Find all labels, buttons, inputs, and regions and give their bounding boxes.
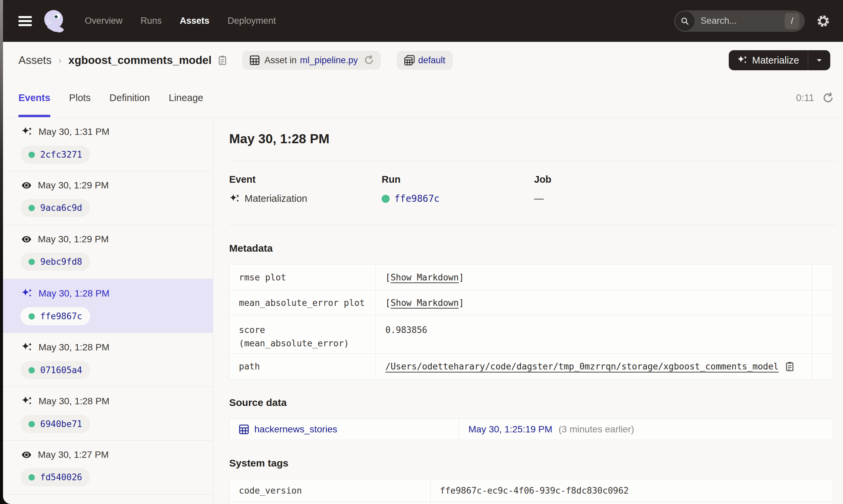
event-list-item[interactable]: May 30, 1:29 PM 9aca6c9d (3, 172, 213, 225)
metadata-table: rmse plot [Show Markdown] mean_absolute_… (229, 264, 833, 379)
source-data-table: hackernews_stories May 30, 1:25:19 PM (3… (229, 418, 833, 440)
event-list-item-partial (3, 494, 213, 504)
divider (229, 225, 836, 225)
event-type-value: Materialization (245, 193, 307, 204)
event-list-item[interactable]: May 30, 1:31 PM 2cfc3271 (3, 118, 213, 172)
materialization-icon (21, 288, 33, 299)
job-column-header: Job (534, 174, 687, 185)
materialize-dropdown-button[interactable] (808, 50, 830, 70)
run-id-link[interactable]: 2cfc3271 (40, 149, 82, 160)
source-asset-link[interactable]: hackernews_stories (254, 424, 337, 435)
run-id-pill[interactable]: 9ebc9fd8 (20, 253, 90, 271)
metadata-heading: Metadata (229, 242, 836, 254)
run-id-pill[interactable]: 071605a4 (20, 361, 90, 379)
path-link[interactable]: /Users/odetteharary/code/dagster/tmp_0mz… (385, 361, 779, 372)
run-status-dot (29, 151, 35, 158)
breadcrumb-row: Assets › xgboost_comments_model Asset in… (3, 42, 843, 79)
source-timestamp-link[interactable]: May 30, 1:25:19 PM (468, 424, 552, 434)
event-summary-row: Event Materialization Run ffe9867c Job — (229, 174, 836, 204)
show-markdown-link[interactable]: [Show Markdown] (385, 272, 464, 283)
materialization-icon (21, 396, 33, 407)
tabs-row: Events Plots Definition Lineage 0:11 (3, 79, 843, 118)
nav-item-overview[interactable]: Overview (85, 16, 123, 26)
tab-lineage[interactable]: Lineage (169, 79, 203, 117)
run-id-link[interactable]: ffe9867c (394, 193, 440, 204)
table-row: hackernews_stories May 30, 1:25:19 PM (3… (229, 419, 833, 440)
nav-item-assets[interactable]: Assets (180, 16, 210, 26)
code-location-link[interactable]: ml_pipeline.py (300, 55, 358, 66)
tab-events[interactable]: Events (18, 79, 50, 117)
run-id-link[interactable]: ffe9867c (40, 311, 82, 321)
breadcrumb-assets[interactable]: Assets (18, 54, 52, 67)
slash-shortcut-key: / (785, 13, 799, 29)
repository-badge[interactable]: default (397, 51, 453, 70)
content-area: May 30, 1:31 PM 2cfc3271 May 30, 1:29 PM… (3, 118, 843, 504)
run-id-pill[interactable]: ffe9867c (20, 307, 90, 325)
event-list-item[interactable]: May 30, 1:29 PM 9ebc9fd8 (3, 225, 213, 279)
gear-icon[interactable] (816, 14, 830, 28)
table-row-partial (229, 502, 833, 504)
event-list-item[interactable]: May 30, 1:27 PM fd540026 (3, 441, 213, 494)
job-value: — (534, 193, 544, 204)
show-markdown-link[interactable]: [Show Markdown] (385, 298, 464, 308)
system-tag-key: code_version (229, 479, 431, 502)
run-id-pill[interactable]: 9aca6c9d (20, 199, 90, 217)
global-search[interactable]: / (674, 11, 805, 32)
repo-icon (404, 55, 415, 66)
refresh-countdown: 0:11 (796, 92, 814, 103)
event-list-item-selected[interactable]: May 30, 1:28 PM ffe9867c (3, 279, 213, 333)
metadata-key: path (229, 354, 376, 379)
dagster-logo[interactable] (42, 8, 67, 34)
tab-plots[interactable]: Plots (69, 79, 90, 117)
materialization-icon (737, 55, 747, 66)
materialization-icon (229, 194, 240, 204)
repo-default-link[interactable]: default (418, 55, 445, 66)
nav-item-deployment[interactable]: Deployment (227, 16, 276, 26)
tab-definition[interactable]: Definition (109, 79, 150, 117)
refresh-icon[interactable] (363, 55, 373, 65)
search-input[interactable] (701, 16, 785, 26)
run-id-link[interactable]: 9aca6c9d (40, 203, 82, 213)
event-time: May 30, 1:28 PM (38, 342, 109, 353)
run-id-link[interactable]: 071605a4 (40, 365, 82, 375)
topnav-right: / (674, 11, 830, 32)
nav-item-runs[interactable]: Runs (141, 16, 162, 26)
copy-icon[interactable] (785, 361, 795, 372)
materialize-label: Materialize (752, 55, 799, 66)
event-list-item[interactable]: May 30, 1:28 PM 6940be71 (3, 387, 213, 441)
run-id-pill[interactable]: fd540026 (20, 468, 90, 486)
breadcrumb-separator: › (58, 55, 62, 66)
table-icon (239, 424, 249, 434)
refresh-icon[interactable] (822, 92, 833, 104)
observation-icon (21, 449, 32, 460)
table-row: code_version ffe9867c-ec9c-4f06-939c-f8d… (229, 479, 833, 502)
event-time: May 30, 1:31 PM (38, 126, 109, 137)
page-title: xgboost_comments_model (68, 54, 211, 67)
run-id-link[interactable]: fd540026 (40, 472, 82, 482)
run-id-link[interactable]: 9ebc9fd8 (40, 257, 82, 267)
run-status-dot (29, 313, 35, 320)
system-tag-value: ffe9867c-ec9c-4f06-939c-f8dc830c0962 (431, 479, 833, 502)
run-status-dot (29, 205, 35, 211)
run-status-dot (382, 195, 390, 203)
copy-icon[interactable] (218, 55, 227, 65)
table-row: path /Users/odetteharary/code/dagster/tm… (229, 354, 833, 379)
desktop-edge (0, 0, 3, 504)
event-column-header: Event (229, 174, 382, 185)
materialize-split-button: Materialize (729, 50, 830, 70)
app-window: Overview Runs Assets Deployment / (3, 0, 843, 504)
asset-in-badge[interactable]: Asset in ml_pipeline.py (242, 51, 381, 70)
search-icon (675, 12, 694, 31)
event-list-item[interactable]: May 30, 1:28 PM 071605a4 (3, 333, 213, 387)
metadata-key: rmse plot (229, 264, 376, 290)
system-tags-table: code_version ffe9867c-ec9c-4f06-939c-f8d… (229, 479, 833, 504)
run-id-link[interactable]: 6940be71 (40, 419, 82, 429)
hamburger-icon[interactable] (18, 16, 32, 26)
materialize-button[interactable]: Materialize (729, 50, 808, 70)
materialization-icon (21, 342, 33, 353)
observation-icon (21, 180, 32, 191)
run-id-pill[interactable]: 2cfc3271 (20, 146, 90, 164)
system-tags-heading: System tags (229, 457, 836, 469)
run-id-pill[interactable]: 6940be71 (20, 415, 90, 433)
run-status-dot (29, 259, 35, 265)
